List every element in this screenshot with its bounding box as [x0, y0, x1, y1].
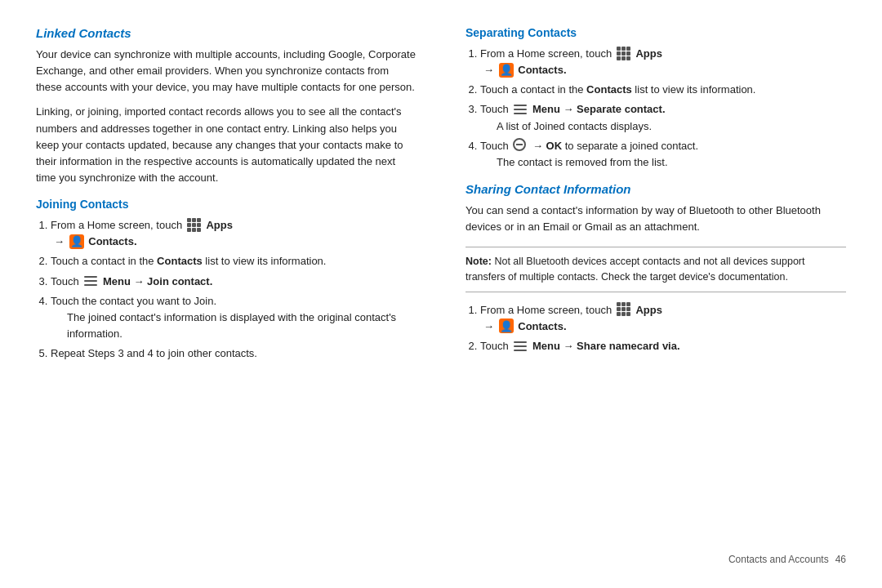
sharing-contact-para1: You can send a contact's information by … [466, 203, 846, 235]
joining-step3-prefix: Touch [51, 275, 79, 287]
footer-label: Contacts and Accounts [728, 554, 829, 565]
share-step1-apps: Apps [635, 304, 662, 316]
contacts-icon-3: 👤 [499, 318, 514, 333]
joining-step2-contacts-bold: Contacts [157, 255, 203, 267]
separating-contacts-title: Separating Contacts [466, 26, 846, 39]
linked-contacts-para1: Your device can synchronize with multipl… [36, 47, 416, 96]
sep-step2-contacts-bold: Contacts [586, 83, 632, 96]
minus-icon [513, 138, 528, 153]
separating-step-3: Touch Menu → Separate contact. A list of… [480, 101, 846, 134]
menu-icon-3 [513, 341, 528, 352]
separating-steps-list: From a Home screen, touch Apps → [480, 46, 846, 171]
joining-step2-prefix: Touch a contact in the [51, 255, 154, 267]
share-step1-contacts: Contacts [518, 320, 564, 332]
separating-step-2: Touch a contact in the Contacts list to … [480, 82, 846, 98]
contacts-icon-1: 👤 [69, 234, 84, 249]
joining-step-5: Repeat Steps 3 and 4 to join other conta… [51, 345, 416, 362]
note-label: Note: [466, 256, 492, 267]
sep-step4-prefix: Touch [480, 140, 509, 152]
joining-step1-apps-label: Apps [206, 219, 233, 231]
note-box: Note: Not all Bluetooth devices accept c… [466, 247, 846, 292]
joining-step-3: Touch Menu → Join contact. [51, 274, 416, 290]
menu-icon-2 [513, 104, 528, 115]
share-step2-bold: Menu → Share namecard via. [532, 340, 680, 352]
sharing-contact-section: Sharing Contact Information You can send… [466, 182, 846, 235]
sep-step1-contacts: Contacts [518, 64, 564, 76]
sharing-contact-title: Sharing Contact Information [466, 182, 846, 196]
apps-icon-2 [617, 47, 631, 61]
sep-step3-sub: A list of Joined contacts displays. [497, 118, 846, 135]
sep-step2-suffix: list to view its information. [635, 83, 755, 96]
separating-step-4: Touch → OK to separate a joined contact.… [480, 138, 846, 171]
share-step-1: From a Home screen, touch Apps → [480, 302, 846, 335]
left-column: Linked Contacts Your device can synchron… [36, 26, 425, 547]
joining-step4-sub: The joined contact's information is disp… [67, 310, 416, 342]
joining-step2-suffix: list to view its information. [205, 255, 326, 267]
joining-contacts-section: Joining Contacts From a Home screen, tou… [36, 198, 416, 362]
share-steps-section: From a Home screen, touch Apps → [466, 302, 846, 354]
footer: Contacts and Accounts 46 [36, 547, 846, 565]
share-step-2: Touch Menu → Share namecard via. [480, 338, 846, 354]
apps-icon-3 [617, 302, 631, 317]
joining-step-2: Touch a contact in the Contacts list to … [51, 253, 416, 270]
sep-step2-prefix: Touch a contact in the [480, 83, 583, 96]
joining-steps-list: From a Home screen, touch Apps → [51, 217, 416, 362]
separating-step-1: From a Home screen, touch Apps → [480, 46, 846, 78]
contacts-icon-2: 👤 [499, 63, 514, 78]
share-step1-prefix: From a Home screen, touch [480, 304, 612, 316]
joining-step-1: From a Home screen, touch Apps → [51, 217, 416, 250]
linked-contacts-title: Linked Contacts [36, 26, 416, 40]
sep-step1-apps: Apps [635, 47, 662, 60]
linked-contacts-para2: Linking, or joining, imported contact re… [36, 104, 416, 186]
page: Linked Contacts Your device can synchron… [0, 0, 882, 588]
apps-icon [187, 218, 202, 233]
sep-step4-bold: → OK [532, 140, 562, 152]
menu-icon-1 [83, 275, 98, 287]
content-area: Linked Contacts Your device can synchron… [36, 26, 846, 547]
separating-contacts-section: Separating Contacts From a Home screen, … [466, 26, 846, 171]
joining-step5-text: Repeat Steps 3 and 4 to join other conta… [51, 347, 257, 359]
contacts-person-icon: 👤 [70, 236, 83, 247]
sep-step3-bold: Menu → Separate contact. [532, 103, 666, 115]
note-text: Not all Bluetooth devices accept contact… [466, 256, 805, 283]
joining-step-4: Touch the contact you want to Join. The … [51, 293, 416, 342]
joining-step1-text: From a Home screen, touch [51, 219, 182, 231]
joining-step1-arrow: → [54, 235, 68, 247]
joining-step4-text: Touch the contact you want to Join. [51, 295, 216, 307]
sep-step4-suffix: to separate a joined contact. [565, 140, 698, 152]
joining-contacts-title: Joining Contacts [36, 198, 416, 211]
sep-step3-prefix: Touch [480, 103, 509, 115]
sep-step1-prefix: From a Home screen, touch [480, 47, 612, 60]
joining-step1-contacts-label: Contacts [88, 235, 134, 247]
sep-step4-sub: The contact is removed from the list. [497, 154, 846, 171]
joining-step3-bold: Menu → Join contact. [103, 275, 212, 287]
right-column: Separating Contacts From a Home screen, … [457, 26, 846, 547]
footer-page: 46 [835, 554, 846, 565]
share-steps-list: From a Home screen, touch Apps → [480, 302, 846, 354]
linked-contacts-section: Linked Contacts Your device can synchron… [36, 26, 416, 186]
share-step2-prefix: Touch [480, 340, 509, 352]
